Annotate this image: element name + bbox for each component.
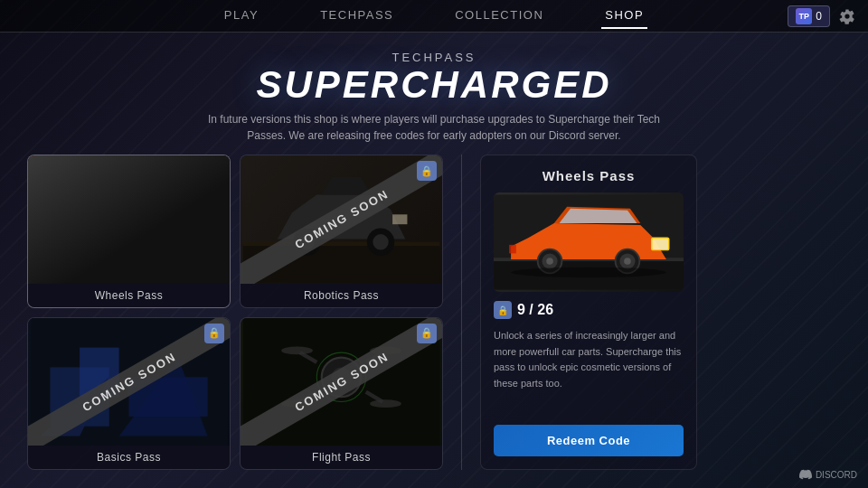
basics-lock-badge: 🔒 [204, 324, 224, 343]
tp-count: 0 [816, 10, 822, 23]
svg-rect-3 [50, 242, 52, 282]
basics-pass-card[interactable]: 🔒 COMING SOON Basics Pass [27, 317, 231, 471]
tp-badge: TP 0 [788, 5, 830, 27]
flight-lock-badge: 🔒 [417, 324, 437, 343]
main-content: TECHPASS SUPERCHARGED In future versions… [0, 33, 868, 488]
svg-rect-9 [58, 222, 66, 232]
robotics-card-label: Robotics Pass [241, 284, 442, 307]
pass-grid: Wheels Pass [27, 155, 443, 470]
svg-marker-6 [109, 175, 168, 193]
basics-card-image: 🔒 COMING SOON [28, 318, 230, 446]
header-desc: In future versions this shop is where pl… [199, 111, 669, 144]
flight-coming-soon-banner: COMING SOON [241, 318, 442, 446]
top-nav: PLAY TECHPASS COLLECTION SHOP TP 0 [0, 0, 868, 33]
tp-icon: TP [796, 8, 812, 24]
flight-pass-card[interactable]: 🔒 COMING SOON Flight Pass [240, 317, 443, 471]
svg-point-13 [155, 229, 182, 256]
detail-progress: 🔒 9 / 26 [494, 301, 684, 319]
nav-techpass[interactable]: TECHPASS [316, 3, 397, 29]
nav-items: PLAY TECHPASS COLLECTION SHOP [0, 3, 868, 29]
section-divider [461, 155, 462, 470]
nav-right: TP 0 [788, 5, 857, 27]
svg-rect-2 [31, 155, 37, 244]
header-subtitle: TECHPASS [27, 51, 841, 64]
wheels-card-label: Wheels Pass [28, 284, 230, 307]
header: TECHPASS SUPERCHARGED In future versions… [27, 51, 841, 144]
svg-point-55 [546, 258, 553, 265]
svg-point-14 [159, 233, 177, 251]
settings-icon[interactable] [837, 6, 857, 26]
svg-rect-0 [31, 244, 228, 284]
svg-rect-7 [183, 214, 201, 229]
svg-rect-8 [183, 214, 201, 229]
basics-coming-soon-banner: COMING SOON [28, 318, 230, 446]
svg-rect-50 [652, 238, 669, 249]
detail-panel: Wheels Pass [480, 155, 697, 470]
nav-play[interactable]: PLAY [221, 3, 262, 29]
flight-card-label: Flight Pass [241, 446, 442, 469]
detail-title: Wheels Pass [494, 168, 684, 183]
progress-count: 9 / 26 [517, 302, 553, 318]
wheels-card-image [28, 155, 230, 284]
wheels-pass-card[interactable]: Wheels Pass [27, 155, 231, 308]
content-area: Wheels Pass [27, 155, 841, 470]
svg-point-15 [165, 238, 173, 246]
basics-card-label: Basics Pass [28, 446, 230, 469]
robotics-pass-card[interactable]: 🔒 COMING SOON Robotics Pass [240, 155, 443, 308]
redeem-button[interactable]: Redeem Code [494, 425, 684, 456]
wheels-car-bg [28, 155, 230, 284]
detail-desc: Unlock a series of increasingly larger a… [494, 328, 684, 391]
progress-icon: 🔒 [494, 301, 512, 319]
robotics-coming-soon-banner: COMING SOON [241, 155, 442, 284]
nav-collection[interactable]: COLLECTION [451, 3, 547, 29]
svg-point-58 [624, 258, 631, 265]
svg-point-59 [511, 267, 666, 277]
svg-point-11 [86, 233, 104, 251]
svg-rect-52 [509, 245, 516, 254]
robotics-card-image: 🔒 COMING SOON [241, 155, 442, 284]
flight-card-image: 🔒 COMING SOON [241, 318, 442, 446]
robotics-coming-soon-overlay: COMING SOON [241, 155, 442, 284]
svg-point-10 [80, 229, 108, 256]
header-title: SUPERCHARGED [27, 66, 841, 104]
basics-coming-soon-overlay: COMING SOON [28, 318, 230, 446]
svg-marker-5 [104, 174, 173, 193]
flight-coming-soon-overlay: COMING SOON [241, 318, 442, 446]
svg-rect-1 [31, 242, 228, 246]
svg-point-12 [90, 238, 99, 246]
svg-marker-4 [60, 192, 197, 239]
nav-shop[interactable]: SHOP [601, 3, 647, 29]
svg-marker-49 [560, 209, 637, 223]
robotics-lock-badge: 🔒 [417, 161, 437, 181]
detail-car-image [494, 192, 684, 292]
